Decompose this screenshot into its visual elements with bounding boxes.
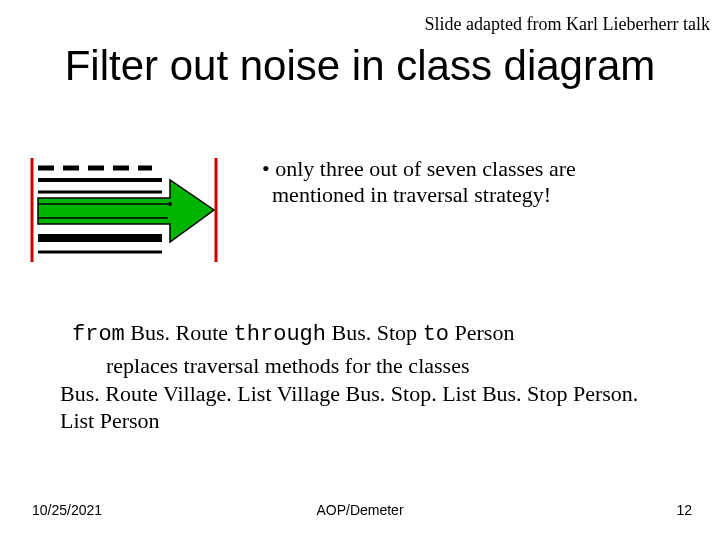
filter-arrow-figure <box>20 150 220 270</box>
class-person: Person <box>449 320 514 345</box>
traversal-strategy: from Bus. Route through Bus. Stop to Per… <box>72 320 514 347</box>
filter-arrow-icon <box>20 150 220 270</box>
explanation-text: replaces traversal methods for the class… <box>60 352 660 435</box>
class-busstop: Bus. Stop <box>326 320 423 345</box>
explanation-line-1: replaces traversal methods for the class… <box>60 352 660 380</box>
slide: Slide adapted from Karl Lieberherr talk … <box>0 0 720 540</box>
svg-marker-0 <box>38 180 214 242</box>
bullet-list: only three out of seven classes are ment… <box>250 156 670 209</box>
class-busroute: Bus. Route <box>125 320 234 345</box>
footer-center: AOP/Demeter <box>0 502 720 518</box>
attribution-text: Slide adapted from Karl Lieberherr talk <box>425 14 710 35</box>
keyword-through: through <box>234 322 326 347</box>
keyword-from: from <box>72 322 125 347</box>
slide-footer: 10/25/2021 AOP/Demeter 12 <box>0 498 720 518</box>
slide-title: Filter out noise in class diagram <box>0 42 720 90</box>
keyword-to: to <box>423 322 449 347</box>
svg-point-5 <box>168 202 172 206</box>
bullet-item: only three out of seven classes are ment… <box>250 156 670 209</box>
footer-page-number: 12 <box>676 502 692 518</box>
explanation-line-2: Bus. Route Village. List Village Bus. St… <box>60 380 660 435</box>
